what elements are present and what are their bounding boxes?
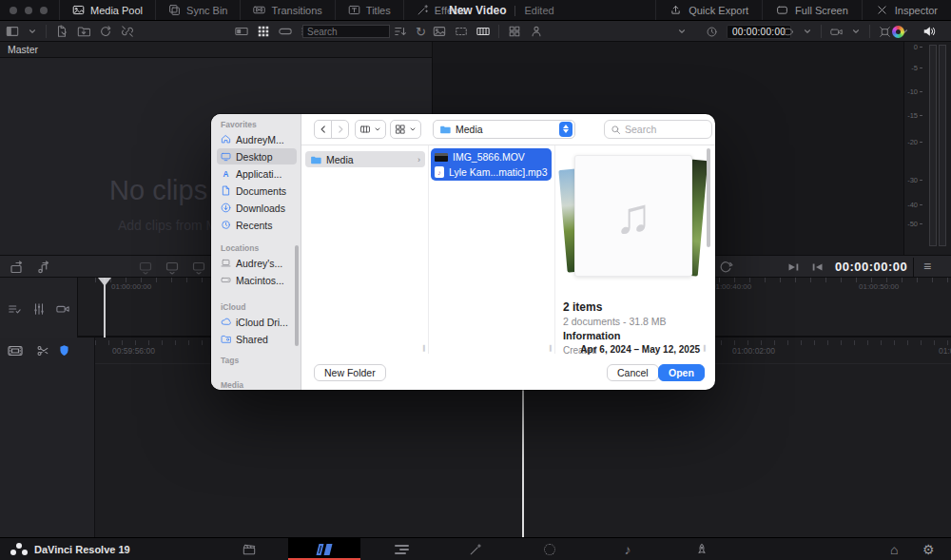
quick-export-button[interactable]: Quick Export: [655, 0, 762, 20]
dialog-search-input[interactable]: [625, 124, 701, 135]
append-audio-icon[interactable]: [36, 260, 51, 275]
column-divider[interactable]: [428, 145, 429, 354]
chevron-right-icon: [336, 125, 345, 134]
column-divider[interactable]: [554, 145, 555, 354]
metadata-view-icon[interactable]: [235, 25, 248, 38]
media-pool-search-input[interactable]: [302, 25, 390, 38]
skip-to-end-icon[interactable]: [786, 260, 801, 275]
append-clip-icon[interactable]: [10, 260, 25, 275]
source-overwrite-icon[interactable]: [138, 260, 153, 275]
cancel-button[interactable]: Cancel: [607, 364, 659, 381]
zoom-window-button[interactable]: [40, 7, 48, 14]
inspector-button[interactable]: Inspector: [862, 0, 951, 20]
close-window-button[interactable]: [10, 7, 17, 14]
sidebar-item-documents[interactable]: Documents: [217, 183, 297, 199]
audio-monitor-icon[interactable]: [922, 25, 936, 38]
back-button[interactable]: [314, 120, 332, 139]
open-button[interactable]: Open: [658, 364, 705, 381]
tab-sync-bin[interactable]: Sync Bin: [155, 0, 240, 20]
path-stepper[interactable]: [559, 122, 573, 137]
tab-titles[interactable]: Titles: [335, 0, 403, 20]
camera-view-icon[interactable]: [830, 26, 843, 38]
hard-drive-icon: [221, 275, 231, 285]
sidebar-item-macintosh-hd[interactable]: Macintos...: [217, 272, 297, 288]
chevron-down-icon[interactable]: [28, 27, 37, 36]
path-dropdown[interactable]: Media: [433, 120, 575, 139]
unlink-media-icon[interactable]: [121, 25, 134, 38]
playhead-line[interactable]: [104, 278, 106, 338]
page-deliver[interactable]: [687, 538, 717, 560]
chevron-down-icon[interactable]: [851, 27, 861, 36]
mask-overlay-icon[interactable]: [782, 26, 794, 38]
dialog-search-field[interactable]: [604, 120, 712, 139]
poster-frame-icon[interactable]: [433, 25, 446, 38]
thumbnail-view-icon[interactable]: [257, 25, 270, 38]
in-out-range-icon[interactable]: [455, 25, 468, 38]
camera-tool-icon[interactable]: [56, 302, 69, 316]
filmstrip-icon[interactable]: [476, 25, 490, 38]
timeline-options-menu-icon[interactable]: [923, 260, 931, 273]
sidebar-item-desktop[interactable]: Desktop: [217, 148, 297, 164]
sidebar-item-applications[interactable]: Applicati...: [217, 165, 297, 182]
folder-row-media[interactable]: Media ›: [305, 151, 425, 167]
sidebar-item-laptop[interactable]: Audrey's...: [217, 255, 297, 271]
tab-transitions[interactable]: Transitions: [240, 0, 334, 20]
split-scissors-icon[interactable]: [36, 344, 49, 357]
desktop-icon: [221, 151, 231, 162]
color-adjust-icon[interactable]: [892, 26, 904, 38]
folder-icon: [439, 124, 451, 135]
forward-button[interactable]: [331, 120, 349, 139]
transform-icon[interactable]: [879, 26, 891, 38]
bin-header[interactable]: Master: [0, 42, 432, 58]
home-icon[interactable]: [890, 543, 898, 556]
strip-view-icon[interactable]: [279, 25, 292, 38]
new-folder-button[interactable]: New Folder: [314, 364, 386, 381]
group-view-button[interactable]: [390, 120, 421, 139]
page-fairlight[interactable]: [612, 538, 643, 560]
relink-media-icon[interactable]: [99, 25, 112, 38]
people-view-icon[interactable]: [530, 25, 543, 38]
page-fusion[interactable]: [460, 538, 491, 560]
settings-gear-icon[interactable]: [922, 543, 935, 556]
column-resize-handle[interactable]: [703, 344, 707, 351]
chevron-down-icon[interactable]: [803, 27, 812, 36]
sidebar-item-downloads[interactable]: Downloads: [217, 200, 297, 216]
media-pool-toolbar: 00:00:00:00: [0, 21, 951, 42]
page-media[interactable]: [234, 538, 264, 560]
page-edit[interactable]: [386, 538, 417, 560]
column-view-button[interactable]: [355, 120, 386, 139]
chevron-down-icon[interactable]: [677, 27, 687, 36]
place-on-top-icon[interactable]: [165, 260, 180, 275]
sort-icon[interactable]: [394, 25, 407, 38]
group-clips-icon[interactable]: [508, 25, 521, 38]
page-cut[interactable]: [288, 538, 360, 560]
refresh-icon[interactable]: [416, 26, 426, 38]
sidebar-item-recents[interactable]: Recents: [217, 217, 297, 233]
tab-media-pool[interactable]: Media Pool: [59, 0, 155, 20]
file-row-audio[interactable]: Lyle Kam...matic].mp3: [435, 164, 548, 180]
window-controls[interactable]: [10, 7, 48, 14]
column-resize-handle[interactable]: [549, 344, 553, 351]
minimize-window-button[interactable]: [25, 7, 32, 14]
bin-panel-toggle-icon[interactable]: [6, 25, 19, 38]
sidebar-scrollbar[interactable]: [295, 245, 299, 346]
loop-playback-icon[interactable]: [718, 260, 733, 275]
import-media-icon[interactable]: [55, 25, 68, 38]
import-folder-icon[interactable]: [77, 25, 90, 38]
full-screen-button[interactable]: Full Screen: [762, 0, 862, 20]
audio-mixer-icon[interactable]: [32, 302, 46, 316]
protect-shield-icon[interactable]: [58, 344, 70, 357]
sidebar-item-home[interactable]: AudreyM...: [217, 131, 297, 147]
column-resize-handle[interactable]: [422, 344, 426, 351]
skip-to-start-icon[interactable]: [810, 260, 825, 275]
sidebar-item-shared[interactable]: Shared: [217, 331, 297, 347]
sidebar-item-icloud-drive[interactable]: iCloud Dri...: [217, 314, 297, 330]
timeline-checklist-icon[interactable]: [8, 302, 21, 316]
close-up-icon[interactable]: [191, 260, 206, 275]
page-color[interactable]: [534, 538, 565, 560]
file-row-video[interactable]: IMG_5866.MOV: [435, 149, 548, 164]
ruler-label: 00:59:56:00: [112, 346, 155, 356]
folder-icon: [310, 154, 321, 165]
film-tool-icon[interactable]: [8, 343, 23, 358]
preview-scrollbar[interactable]: [707, 148, 710, 247]
